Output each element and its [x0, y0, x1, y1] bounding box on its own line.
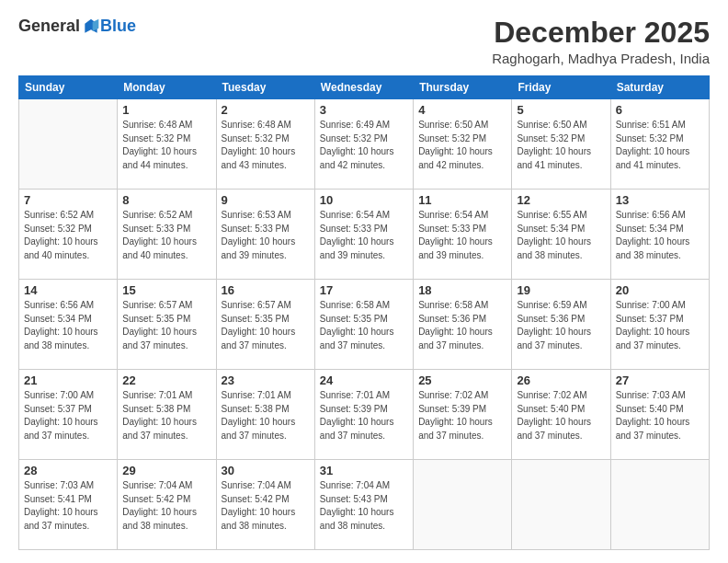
day-number: 27	[616, 373, 704, 387]
logo-blue: Blue	[100, 17, 136, 36]
calendar-week-4: 21Sunrise: 7:00 AM Sunset: 5:37 PM Dayli…	[19, 370, 710, 460]
day-number: 4	[418, 103, 506, 117]
calendar-cell	[610, 460, 709, 550]
calendar-cell: 31Sunrise: 7:04 AM Sunset: 5:43 PM Dayli…	[314, 460, 413, 550]
day-info: Sunrise: 6:55 AM Sunset: 5:34 PM Dayligh…	[517, 209, 605, 262]
day-number: 10	[320, 193, 408, 207]
calendar-week-5: 28Sunrise: 7:03 AM Sunset: 5:41 PM Dayli…	[19, 460, 710, 550]
calendar-header-saturday: Saturday	[610, 76, 709, 99]
logo-general: General	[18, 17, 80, 36]
calendar-cell	[414, 460, 512, 550]
day-info: Sunrise: 7:04 AM Sunset: 5:42 PM Dayligh…	[122, 479, 210, 533]
day-number: 22	[122, 373, 210, 387]
day-number: 3	[320, 103, 408, 117]
calendar-cell: 29Sunrise: 7:04 AM Sunset: 5:42 PM Dayli…	[118, 460, 216, 550]
month-title: December 2025	[492, 17, 710, 49]
calendar-cell: 17Sunrise: 6:58 AM Sunset: 5:35 PM Dayli…	[314, 280, 413, 370]
day-number: 13	[616, 193, 704, 207]
day-number: 17	[320, 283, 408, 297]
day-number: 6	[616, 103, 704, 117]
calendar-cell: 28Sunrise: 7:03 AM Sunset: 5:41 PM Dayli…	[19, 460, 118, 550]
day-info: Sunrise: 6:53 AM Sunset: 5:33 PM Dayligh…	[222, 209, 310, 262]
day-info: Sunrise: 6:48 AM Sunset: 5:32 PM Dayligh…	[222, 119, 310, 172]
calendar-cell	[19, 99, 118, 190]
day-number: 23	[222, 373, 310, 387]
calendar-week-3: 14Sunrise: 6:56 AM Sunset: 5:34 PM Dayli…	[19, 280, 710, 370]
calendar-cell: 26Sunrise: 7:02 AM Sunset: 5:40 PM Dayli…	[512, 370, 610, 460]
calendar-week-2: 7Sunrise: 6:52 AM Sunset: 5:32 PM Daylig…	[19, 190, 710, 280]
calendar-cell: 7Sunrise: 6:52 AM Sunset: 5:32 PM Daylig…	[19, 190, 118, 280]
day-number: 9	[222, 193, 310, 207]
day-number: 7	[24, 193, 112, 207]
day-number: 20	[616, 283, 704, 297]
calendar-header-sunday: Sunday	[19, 76, 118, 99]
calendar-cell	[512, 460, 610, 550]
day-info: Sunrise: 6:54 AM Sunset: 5:33 PM Dayligh…	[418, 209, 506, 262]
calendar-cell: 2Sunrise: 6:48 AM Sunset: 5:32 PM Daylig…	[216, 99, 314, 190]
day-number: 8	[122, 193, 210, 207]
day-info: Sunrise: 7:00 AM Sunset: 5:37 PM Dayligh…	[616, 299, 704, 352]
header: General Blue December 2025 Raghogarh, Ma…	[18, 17, 710, 66]
day-info: Sunrise: 6:51 AM Sunset: 5:32 PM Dayligh…	[616, 119, 704, 172]
day-info: Sunrise: 7:03 AM Sunset: 5:40 PM Dayligh…	[616, 389, 704, 442]
calendar-cell: 1Sunrise: 6:48 AM Sunset: 5:32 PM Daylig…	[118, 99, 216, 190]
day-info: Sunrise: 7:03 AM Sunset: 5:41 PM Dayligh…	[24, 479, 112, 533]
day-number: 29	[122, 464, 210, 477]
day-info: Sunrise: 6:50 AM Sunset: 5:32 PM Dayligh…	[418, 119, 506, 172]
day-info: Sunrise: 6:58 AM Sunset: 5:36 PM Dayligh…	[418, 299, 506, 352]
calendar-cell: 20Sunrise: 7:00 AM Sunset: 5:37 PM Dayli…	[610, 280, 709, 370]
calendar-cell: 10Sunrise: 6:54 AM Sunset: 5:33 PM Dayli…	[314, 190, 413, 280]
day-number: 16	[222, 283, 310, 297]
day-info: Sunrise: 6:58 AM Sunset: 5:35 PM Dayligh…	[320, 299, 408, 352]
day-number: 1	[122, 103, 210, 117]
day-number: 18	[418, 283, 506, 297]
title-block: December 2025 Raghogarh, Madhya Pradesh,…	[492, 17, 710, 66]
calendar-cell: 21Sunrise: 7:00 AM Sunset: 5:37 PM Dayli…	[19, 370, 118, 460]
day-info: Sunrise: 7:02 AM Sunset: 5:40 PM Dayligh…	[517, 389, 605, 442]
calendar-cell: 14Sunrise: 6:56 AM Sunset: 5:34 PM Dayli…	[19, 280, 118, 370]
calendar-cell: 16Sunrise: 6:57 AM Sunset: 5:35 PM Dayli…	[216, 280, 314, 370]
calendar-cell: 22Sunrise: 7:01 AM Sunset: 5:38 PM Dayli…	[118, 370, 216, 460]
calendar-cell: 5Sunrise: 6:50 AM Sunset: 5:32 PM Daylig…	[512, 99, 610, 190]
day-info: Sunrise: 6:49 AM Sunset: 5:32 PM Dayligh…	[320, 119, 408, 172]
calendar-header-wednesday: Wednesday	[314, 76, 413, 99]
day-info: Sunrise: 7:04 AM Sunset: 5:43 PM Dayligh…	[320, 479, 408, 533]
calendar-cell: 25Sunrise: 7:02 AM Sunset: 5:39 PM Dayli…	[414, 370, 512, 460]
day-number: 30	[222, 464, 310, 477]
day-number: 12	[517, 193, 605, 207]
day-number: 11	[418, 193, 506, 207]
day-info: Sunrise: 7:01 AM Sunset: 5:38 PM Dayligh…	[122, 389, 210, 442]
day-number: 15	[122, 283, 210, 297]
day-info: Sunrise: 6:56 AM Sunset: 5:34 PM Dayligh…	[616, 209, 704, 262]
day-info: Sunrise: 6:54 AM Sunset: 5:33 PM Dayligh…	[320, 209, 408, 262]
day-number: 26	[517, 373, 605, 387]
calendar-header-row: SundayMondayTuesdayWednesdayThursdayFrid…	[19, 76, 710, 99]
calendar-header-friday: Friday	[512, 76, 610, 99]
calendar-cell: 8Sunrise: 6:52 AM Sunset: 5:33 PM Daylig…	[118, 190, 216, 280]
day-info: Sunrise: 7:02 AM Sunset: 5:39 PM Dayligh…	[418, 389, 506, 442]
day-info: Sunrise: 7:00 AM Sunset: 5:37 PM Dayligh…	[24, 389, 112, 442]
day-number: 14	[24, 283, 112, 297]
day-info: Sunrise: 6:57 AM Sunset: 5:35 PM Dayligh…	[222, 299, 310, 352]
calendar-cell: 30Sunrise: 7:04 AM Sunset: 5:42 PM Dayli…	[216, 460, 314, 550]
day-info: Sunrise: 6:50 AM Sunset: 5:32 PM Dayligh…	[517, 119, 605, 172]
calendar-cell: 3Sunrise: 6:49 AM Sunset: 5:32 PM Daylig…	[314, 99, 413, 190]
day-info: Sunrise: 6:48 AM Sunset: 5:32 PM Dayligh…	[122, 119, 210, 172]
calendar-table: SundayMondayTuesdayWednesdayThursdayFrid…	[18, 75, 710, 550]
day-number: 24	[320, 373, 408, 387]
calendar-header-monday: Monday	[118, 76, 216, 99]
calendar-cell: 12Sunrise: 6:55 AM Sunset: 5:34 PM Dayli…	[512, 190, 610, 280]
calendar-cell: 9Sunrise: 6:53 AM Sunset: 5:33 PM Daylig…	[216, 190, 314, 280]
calendar-cell: 19Sunrise: 6:59 AM Sunset: 5:36 PM Dayli…	[512, 280, 610, 370]
calendar-cell: 6Sunrise: 6:51 AM Sunset: 5:32 PM Daylig…	[610, 99, 709, 190]
day-info: Sunrise: 6:52 AM Sunset: 5:32 PM Dayligh…	[24, 209, 112, 262]
logo-icon	[82, 17, 100, 36]
day-info: Sunrise: 6:57 AM Sunset: 5:35 PM Dayligh…	[122, 299, 210, 352]
day-number: 19	[517, 283, 605, 297]
calendar-header-tuesday: Tuesday	[216, 76, 314, 99]
day-info: Sunrise: 7:01 AM Sunset: 5:39 PM Dayligh…	[320, 389, 408, 442]
day-number: 31	[320, 464, 408, 477]
calendar-week-1: 1Sunrise: 6:48 AM Sunset: 5:32 PM Daylig…	[19, 99, 710, 190]
day-number: 28	[24, 464, 112, 477]
calendar-cell: 4Sunrise: 6:50 AM Sunset: 5:32 PM Daylig…	[414, 99, 512, 190]
